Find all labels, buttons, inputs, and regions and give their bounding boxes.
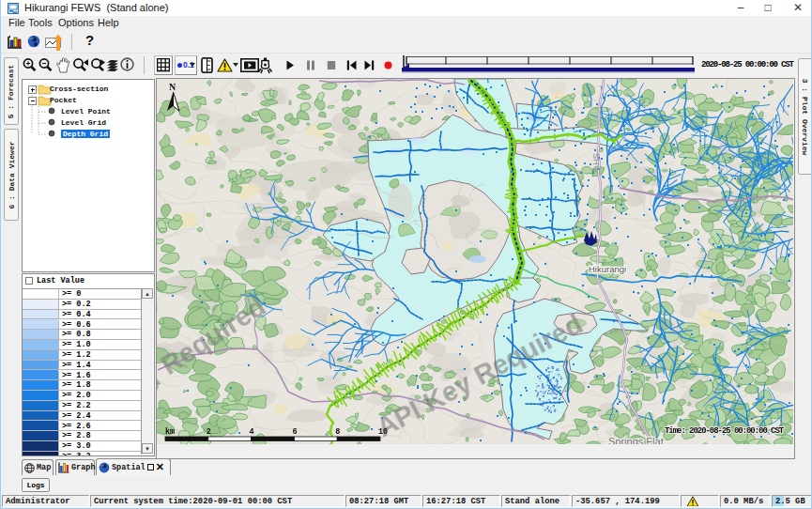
- svg-text:10: 10: [378, 427, 388, 437]
- svg-text:6: 6: [292, 427, 297, 437]
- svg-text:SH 1: SH 1: [591, 153, 601, 172]
- svg-text:N: N: [169, 82, 176, 92]
- svg-text:Springs Flat: Springs Flat: [608, 436, 664, 444]
- svg-text:2: 2: [207, 427, 211, 437]
- svg-text:8: 8: [335, 427, 340, 437]
- svg-text:Hikurangi: Hikurangi: [589, 264, 626, 274]
- svg-text:km: km: [165, 427, 175, 437]
- svg-text:Time: 2020-08-25 00:00:00 CST: Time: 2020-08-25 00:00:00 CST: [665, 426, 785, 436]
- svg-text:4: 4: [250, 427, 254, 437]
